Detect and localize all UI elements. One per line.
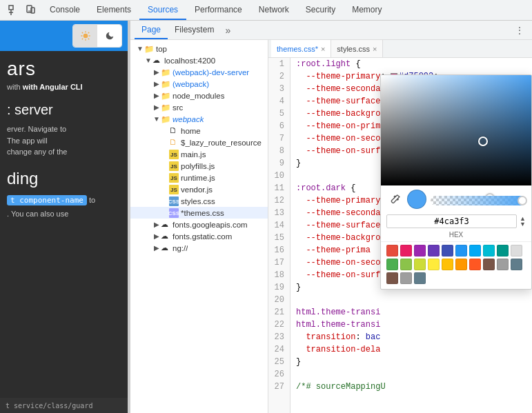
app-bottom-bar-text: t service/class/guard — [6, 402, 92, 410]
swatch-light-green[interactable] — [400, 259, 412, 270]
file-tab-styles-close[interactable]: × — [373, 45, 377, 53]
swatch-grey[interactable] — [497, 259, 509, 270]
file-icon-polyfills: JS — [169, 161, 179, 171]
cli-brand: with Angular CLI — [23, 83, 83, 91]
tab-elements[interactable]: Elements — [88, 0, 139, 20]
arrow-ng: ▶ — [152, 244, 161, 252]
light-theme-btn[interactable] — [73, 25, 97, 47]
sources-toolbar: Page Filesystem » ⋮ — [130, 21, 532, 40]
cp-controls — [381, 185, 531, 213]
app-subtitle: with with Angular CLI — [7, 83, 121, 91]
swatch-deep-orange[interactable] — [469, 259, 481, 270]
swatch-gray-light[interactable] — [511, 245, 522, 256]
swatch-orange[interactable] — [455, 259, 467, 270]
tree-label-polyfills: polyfills.js — [181, 162, 215, 170]
code-line-20 — [296, 294, 526, 306]
swatch-brown[interactable] — [483, 259, 495, 270]
cp-eyedropper-btn[interactable] — [386, 191, 403, 208]
swatch-lime[interactable] — [414, 259, 426, 270]
svg-line-12 — [88, 39, 88, 39]
sources-body: ▼ 📁 top ▼ ☁ localhost:4200 ▶ 📁 (webpack)… — [130, 40, 532, 413]
swatch-cyan[interactable] — [483, 245, 495, 256]
theme-toggle[interactable] — [72, 24, 122, 48]
tree-item-webpack-dev[interactable]: ▶ 📁 (webpack)-dev-server — [130, 66, 268, 78]
code-line-25: } — [296, 356, 526, 368]
tree-item-localhost[interactable]: ▼ ☁ localhost:4200 — [130, 54, 268, 66]
tree-item-home[interactable]: ▶ 🗋 home — [130, 125, 268, 137]
cloud-icon-fonts-gstatic: ☁ — [161, 232, 170, 241]
swatch-yellow[interactable] — [428, 259, 440, 270]
swatch-light-blue[interactable] — [469, 245, 481, 256]
sources-tab-page[interactable]: Page — [135, 21, 168, 39]
dark-theme-btn[interactable] — [97, 25, 121, 47]
tree-item-ng[interactable]: ▶ ☁ ng:// — [130, 242, 268, 254]
code-area: themes.css* × styles.css × 12345 678910 … — [268, 40, 532, 413]
tab-sources[interactable]: Sources — [139, 0, 186, 20]
cp-alpha-thumb — [518, 196, 527, 205]
cp-arrows[interactable]: ▲ ▼ — [520, 216, 526, 227]
tree-label-themes-css: *themes.css — [181, 209, 224, 217]
file-tab-themes[interactable]: themes.css* × — [271, 40, 331, 57]
tree-item-top[interactable]: ▼ 📁 top — [130, 43, 268, 54]
file-icon-themes-css: CSS — [169, 208, 179, 218]
file-tree: ▼ 📁 top ▼ ☁ localhost:4200 ▶ 📁 (webpack)… — [130, 40, 268, 413]
svg-line-14 — [88, 32, 88, 33]
file-icon-main-js: JS — [169, 150, 179, 159]
tree-item-main-js[interactable]: ▶ JS main.js — [130, 148, 268, 160]
tree-item-lazy-route[interactable]: ▶ 🗋 $_lazy_route_resource — [130, 137, 268, 148]
sources-sync-icon[interactable]: ⋮ — [511, 22, 528, 39]
tree-item-webpack-folder[interactable]: ▼ 📁 webpack — [130, 113, 268, 125]
tree-label-styles-css: styles.css — [181, 197, 215, 205]
swatch-blue[interactable] — [455, 245, 467, 256]
cp-hex-input[interactable]: #4ca3f3 — [386, 214, 517, 228]
devtools-tabs: Console Elements Sources Performance Net… — [41, 0, 391, 20]
tree-item-node-modules[interactable]: ▶ 📁 node_modules — [130, 90, 268, 101]
tree-item-fonts-google[interactable]: ▶ ☁ fonts.googleapis.com — [130, 219, 268, 230]
cp-hex-row: #4ca3f3 ▲ ▼ — [381, 213, 531, 231]
tab-console[interactable]: Console — [41, 0, 88, 20]
folder-icon-webpack-dev: 📁 — [161, 68, 170, 77]
tree-item-polyfills[interactable]: ▶ JS polyfills.js — [130, 160, 268, 172]
cp-gradient[interactable] — [381, 75, 531, 185]
folder-icon-top: 📁 — [144, 44, 154, 54]
app-bottom-bar: t service/class/guard — [0, 398, 128, 413]
sources-toolbar-more[interactable]: » — [221, 25, 235, 36]
file-icon-lazy-route: 🗋 — [169, 138, 179, 148]
inspect-icon[interactable] — [6, 2, 22, 19]
tree-item-styles-css[interactable]: ▶ CSS styles.css — [130, 195, 268, 207]
tab-performance[interactable]: Performance — [186, 0, 250, 20]
swatch-blue-grey[interactable] — [511, 259, 522, 270]
arrow-fonts-gstatic: ▶ — [152, 232, 161, 241]
tree-label-node-modules: node_modules — [173, 92, 224, 100]
device-icon[interactable] — [22, 2, 39, 19]
swatch-deep-purple[interactable] — [428, 245, 440, 256]
swatch-pink[interactable] — [400, 245, 412, 256]
swatch-indigo[interactable] — [442, 245, 453, 256]
file-tab-styles[interactable]: styles.css × — [331, 40, 383, 57]
code-line-23: transition: bac — [296, 331, 526, 343]
tab-security[interactable]: Security — [297, 0, 344, 20]
swatch-teal[interactable] — [497, 245, 509, 256]
swatch-purple[interactable] — [414, 245, 426, 256]
swatch-amber[interactable] — [442, 259, 453, 270]
color-picker-popup: #4ca3f3 ▲ ▼ HEX — [380, 74, 532, 290]
tab-memory[interactable]: Memory — [344, 0, 390, 20]
swatch-red[interactable] — [386, 245, 398, 256]
sources-tab-filesystem[interactable]: Filesystem — [168, 21, 221, 39]
tab-network[interactable]: Network — [250, 0, 297, 20]
tree-item-themes-css[interactable]: ▶ CSS *themes.css — [130, 207, 268, 219]
swatch-blue-grey2[interactable] — [414, 272, 426, 284]
swatch-green[interactable] — [386, 259, 398, 270]
badge-suffix: to — [89, 196, 95, 204]
tree-item-fonts-gstatic[interactable]: ▶ ☁ fonts.gstatic.com — [130, 230, 268, 242]
tree-label-top: top — [156, 45, 167, 53]
tree-item-src[interactable]: ▶ 📁 src — [130, 101, 268, 113]
swatch-grey2[interactable] — [400, 272, 412, 284]
cp-swatch-row-3 — [386, 272, 526, 284]
arrow-webpack: ▶ — [152, 80, 161, 88]
swatch-brown2[interactable] — [386, 272, 398, 284]
tree-item-webpack[interactable]: ▶ 📁 (webpack) — [130, 78, 268, 90]
tree-item-vendor[interactable]: ▶ JS vendor.js — [130, 183, 268, 195]
tree-item-runtime[interactable]: ▶ JS runtime.js — [130, 172, 268, 183]
file-tab-themes-close[interactable]: × — [321, 45, 325, 53]
